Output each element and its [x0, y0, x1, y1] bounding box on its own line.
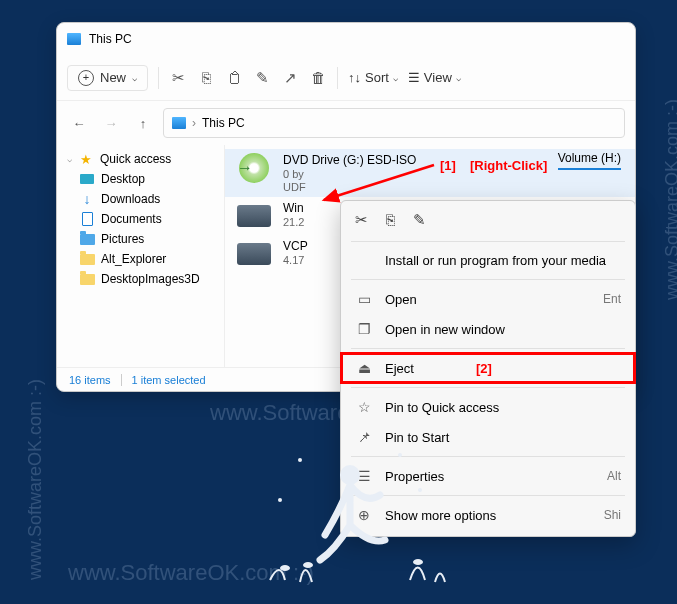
ctx-label: Open in new window: [385, 322, 505, 337]
cut-icon[interactable]: ✂: [169, 69, 187, 87]
view-label: View: [424, 70, 452, 85]
address-row: ← → ↑ › This PC: [57, 101, 635, 145]
view-button[interactable]: ☰ View ⌵: [408, 70, 461, 85]
svg-point-6: [280, 565, 290, 571]
ctx-label: Install or run program from your media: [385, 253, 606, 268]
svg-point-5: [278, 498, 282, 502]
separator: [158, 67, 159, 89]
folder-icon: [80, 254, 95, 265]
separator: [337, 67, 338, 89]
sidebar-item-desktop[interactable]: Desktop: [57, 169, 224, 189]
delete-icon[interactable]: 🗑︎: [309, 69, 327, 87]
shortcut: Ent: [603, 292, 621, 306]
ctx-label: Open: [385, 292, 417, 307]
cut-icon[interactable]: ✂: [355, 211, 368, 229]
shortcut: Alt: [607, 469, 621, 483]
ctx-open[interactable]: ▭ Open Ent: [341, 284, 635, 314]
sidebar-label: Downloads: [101, 192, 160, 206]
sidebar-item-pictures[interactable]: Pictures: [57, 229, 224, 249]
dvd-drive-icon: [239, 153, 269, 183]
sidebar-label: Alt_Explorer: [101, 252, 166, 266]
sidebar-item-downloads[interactable]: ↓ Downloads: [57, 189, 224, 209]
share-icon[interactable]: ↗: [281, 69, 299, 87]
ctx-eject[interactable]: ⏏ Eject [2]: [341, 353, 635, 383]
annotation-2: [2]: [476, 361, 492, 376]
svg-point-8: [413, 559, 423, 565]
this-pc-icon: [172, 117, 186, 129]
eject-icon: ⏏: [355, 360, 373, 376]
chevron-down-icon: ⌵: [456, 73, 461, 83]
drive-sub: 4.17: [283, 254, 308, 266]
star-outline-icon: ☆: [355, 399, 373, 415]
sidebar-label: Desktop: [101, 172, 145, 186]
drive-sub: 0 by: [283, 168, 416, 180]
sidebar-label: Quick access: [100, 152, 171, 166]
chevron-down-icon: ⌵: [393, 73, 398, 83]
sidebar-quick-access[interactable]: ⌵ ★ Quick access: [57, 149, 224, 169]
decorative-figure: [250, 440, 450, 590]
back-button[interactable]: ←: [67, 111, 91, 135]
volume-tab[interactable]: Volume (H:): [558, 151, 621, 170]
copy-icon[interactable]: ⎘: [197, 69, 215, 87]
svg-point-3: [398, 453, 402, 457]
sort-button[interactable]: ↑↓ Sort ⌵: [348, 70, 398, 85]
separator: [351, 387, 625, 388]
titlebar[interactable]: This PC: [57, 23, 635, 55]
svg-point-7: [303, 562, 313, 568]
sort-icon: ↑↓: [348, 70, 361, 85]
separator: [351, 348, 625, 349]
view-icon: ☰: [408, 70, 420, 85]
forward-button[interactable]: →: [99, 111, 123, 135]
ctx-pin-quick[interactable]: ☆ Pin to Quick access: [341, 392, 635, 422]
separator: [121, 374, 122, 386]
hdd-icon: [237, 205, 271, 227]
status-items: 16 items: [69, 374, 111, 386]
document-icon: [82, 212, 93, 226]
open-icon: ▭: [355, 291, 373, 307]
copy-icon[interactable]: ⎘: [386, 211, 395, 229]
up-button[interactable]: ↑: [131, 111, 155, 135]
rename-icon[interactable]: ✎: [253, 69, 271, 87]
ctx-open-new-window[interactable]: ❐ Open in new window: [341, 314, 635, 344]
address-bar[interactable]: › This PC: [163, 108, 625, 138]
ctx-label: Eject: [385, 361, 414, 376]
chevron-down-icon: ⌵: [132, 73, 137, 83]
rename-icon[interactable]: ✎: [413, 211, 426, 229]
new-button[interactable]: + New ⌵: [67, 65, 148, 91]
watermark-side: www.SoftwareOK.com :-): [25, 379, 46, 580]
ctx-install[interactable]: Install or run program from your media: [341, 246, 635, 275]
hdd-icon: [237, 243, 271, 265]
sidebar: ⌵ ★ Quick access Desktop ↓ Downloads Doc…: [57, 145, 225, 367]
ctx-label: Pin to Quick access: [385, 400, 499, 415]
new-label: New: [100, 70, 126, 85]
status-selected: 1 item selected: [132, 374, 206, 386]
svg-point-4: [418, 488, 422, 492]
separator: [351, 279, 625, 280]
shortcut: Shi: [604, 508, 621, 522]
drive-sub: UDF: [283, 181, 416, 193]
sidebar-item-folder[interactable]: DesktopImages3D: [57, 269, 224, 289]
context-icon-row: ✂ ⎘ ✎: [341, 207, 635, 237]
paste-icon[interactable]: 📋︎: [225, 69, 243, 87]
sidebar-item-documents[interactable]: Documents: [57, 209, 224, 229]
pictures-icon: [80, 234, 95, 245]
sort-label: Sort: [365, 70, 389, 85]
plus-icon: +: [78, 70, 94, 86]
drive-name: DVD Drive (G:) ESD-ISO: [283, 153, 416, 167]
desktop-icon: [80, 174, 94, 184]
watermark-side: www.SoftwareOK.com :-): [662, 99, 677, 300]
folder-icon: [80, 274, 95, 285]
download-icon: ↓: [79, 192, 95, 206]
breadcrumb[interactable]: This PC: [202, 116, 245, 130]
drive-sub: 21.2: [283, 216, 304, 228]
svg-point-2: [298, 458, 302, 462]
window-title: This PC: [89, 32, 132, 46]
separator: [351, 241, 625, 242]
breadcrumb-sep: ›: [192, 116, 196, 130]
drive-name: Win: [283, 201, 304, 215]
sidebar-item-folder[interactable]: Alt_Explorer: [57, 249, 224, 269]
drive-name: VCP: [283, 239, 308, 253]
star-icon: ★: [78, 152, 94, 166]
toolbar: + New ⌵ ✂ ⎘ 📋︎ ✎ ↗ 🗑︎ ↑↓ Sort ⌵ ☰ View ⌵: [57, 55, 635, 101]
this-pc-icon: [67, 33, 81, 45]
